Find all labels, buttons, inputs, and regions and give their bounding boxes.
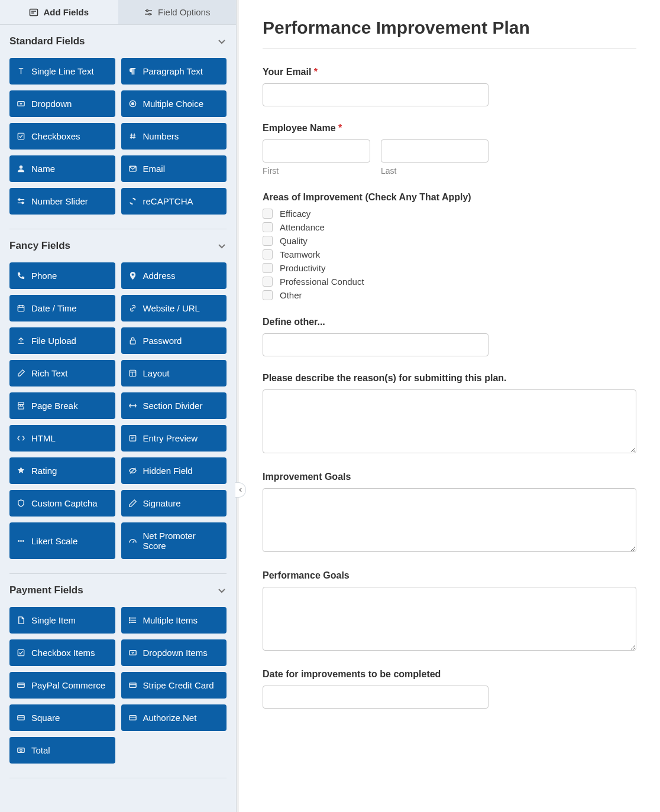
field-likert-scale[interactable]: Likert Scale — [9, 522, 115, 559]
field-multiple-items[interactable]: Multiple Items — [121, 607, 227, 634]
check-item[interactable]: Teamwork — [263, 249, 636, 259]
svg-rect-57 — [18, 716, 24, 720]
field-multiple-choice[interactable]: Multiple Choice — [121, 90, 227, 117]
define-other-input[interactable] — [263, 333, 488, 356]
improvement-goals-textarea[interactable] — [263, 488, 636, 552]
reason-textarea[interactable] — [263, 389, 636, 453]
svg-line-44 — [132, 540, 134, 543]
email-input[interactable] — [263, 83, 488, 106]
required-asterisk: * — [314, 67, 318, 77]
field-paypal-commerce[interactable]: PayPal Commerce — [9, 672, 115, 699]
field-name[interactable]: Name — [9, 155, 115, 182]
field-checkbox-items[interactable]: Checkbox Items — [9, 639, 115, 666]
section-title: Payment Fields — [9, 584, 83, 596]
check-item[interactable]: Efficacy — [263, 209, 636, 219]
file-icon — [17, 616, 25, 625]
envelope-icon — [128, 164, 137, 173]
svg-point-62 — [20, 749, 22, 752]
field-net-promoter-score[interactable]: Net Promoter Score — [121, 522, 227, 559]
field-page-break[interactable]: Page Break — [9, 392, 115, 419]
field-single-line-text[interactable]: Single Line Text — [9, 58, 115, 85]
first-name-input[interactable] — [263, 139, 370, 163]
field-html[interactable]: HTML — [9, 425, 115, 452]
field-address[interactable]: Address — [121, 262, 227, 289]
field-areas-improvement: Areas of Improvement (Check Any That App… — [263, 192, 636, 300]
field-label: Performance Goals — [263, 570, 636, 581]
field-signature[interactable]: Signature — [121, 490, 227, 517]
field-custom-captcha[interactable]: Custom Captcha — [9, 490, 115, 517]
dots-icon — [17, 537, 25, 545]
field-rich-text[interactable]: Rich Text — [9, 360, 115, 386]
tab-field-options[interactable]: Field Options — [118, 0, 237, 24]
field-layout[interactable]: Layout — [121, 360, 227, 386]
field-dropdown-items[interactable]: Dropdown Items — [121, 639, 227, 666]
svg-point-22 — [22, 202, 24, 204]
last-name-input[interactable] — [381, 139, 488, 163]
field-paragraph-text[interactable]: Paragraph Text — [121, 58, 227, 85]
field-dropdown[interactable]: Dropdown — [9, 90, 115, 117]
section-header-standard[interactable]: Standard Fields — [9, 35, 227, 51]
check-item[interactable]: Attendance — [263, 222, 636, 232]
eye-off-icon — [128, 466, 137, 475]
svg-point-21 — [18, 199, 20, 200]
list-icon — [128, 616, 137, 625]
tab-add-fields[interactable]: Add Fields — [0, 0, 118, 24]
svg-rect-33 — [18, 402, 24, 405]
performance-goals-textarea[interactable] — [263, 587, 636, 651]
svg-point-17 — [20, 165, 23, 169]
section-header-fancy[interactable]: Fancy Fields — [9, 240, 227, 255]
field-rating[interactable]: Rating — [9, 457, 115, 484]
field-label: Please describe the reason(s) for submit… — [263, 373, 636, 384]
form-preview: Performance Improvement Plan Your Email … — [237, 0, 660, 812]
field-numbers[interactable]: Numbers — [121, 123, 227, 150]
field-number-slider[interactable]: Number Slider — [9, 188, 115, 215]
tab-label: Field Options — [158, 7, 210, 17]
svg-rect-30 — [130, 370, 135, 376]
preview-icon — [128, 434, 137, 443]
form-title: Performance Improvement Plan — [263, 18, 636, 38]
field-label: Employee Name * — [263, 123, 636, 134]
field-authorize-net[interactable]: Authorize.Net — [121, 704, 227, 731]
svg-line-15 — [131, 134, 131, 139]
field-file-upload[interactable]: File Upload — [9, 327, 115, 354]
required-asterisk: * — [338, 123, 342, 133]
field-phone[interactable]: Phone — [9, 262, 115, 289]
field-website-url[interactable]: Website / URL — [121, 295, 227, 321]
field-password[interactable]: Password — [121, 327, 227, 354]
section-header-payment[interactable]: Payment Fields — [9, 584, 227, 600]
field-define-other: Define other... — [263, 317, 636, 356]
field-label: Define other... — [263, 317, 636, 327]
checkbox-icon — [263, 209, 273, 219]
paragraph-icon — [128, 67, 137, 76]
checkbox-icon — [263, 249, 273, 259]
field-improvement-goals: Improvement Goals — [263, 472, 636, 554]
phone-icon — [17, 271, 25, 280]
field-entry-preview[interactable]: Entry Preview — [121, 425, 227, 452]
svg-point-50 — [129, 622, 130, 623]
calendar-icon — [17, 304, 25, 313]
check-item[interactable]: Other — [263, 290, 636, 300]
check-item[interactable]: Professional Conduct — [263, 277, 636, 287]
field-square[interactable]: Square — [9, 704, 115, 731]
field-email[interactable]: Email — [121, 155, 227, 182]
title-divider — [263, 48, 636, 49]
field-section-divider[interactable]: Section Divider — [121, 392, 227, 419]
field-recaptcha[interactable]: reCAPTCHA — [121, 188, 227, 215]
field-grid-fancy: Phone Address Date / Time Website / URL … — [9, 262, 227, 559]
svg-rect-23 — [18, 306, 24, 311]
sidebar-tabs: Add Fields Field Options — [0, 0, 236, 25]
field-total[interactable]: Total — [9, 737, 115, 764]
checkbox-icon — [263, 277, 273, 287]
upload-icon — [17, 336, 25, 345]
check-item[interactable]: Quality — [263, 236, 636, 246]
check-item[interactable]: Productivity — [263, 263, 636, 273]
field-date-time[interactable]: Date / Time — [9, 295, 115, 321]
field-grid-payment: Single Item Multiple Items Checkbox Item… — [9, 607, 227, 764]
chevron-down-icon — [217, 586, 227, 595]
date-input[interactable] — [263, 686, 488, 709]
svg-rect-29 — [130, 340, 135, 345]
field-single-item[interactable]: Single Item — [9, 607, 115, 634]
field-checkboxes[interactable]: Checkboxes — [9, 123, 115, 150]
field-hidden-field[interactable]: Hidden Field — [121, 457, 227, 484]
field-stripe-credit-card[interactable]: Stripe Credit Card — [121, 672, 227, 699]
